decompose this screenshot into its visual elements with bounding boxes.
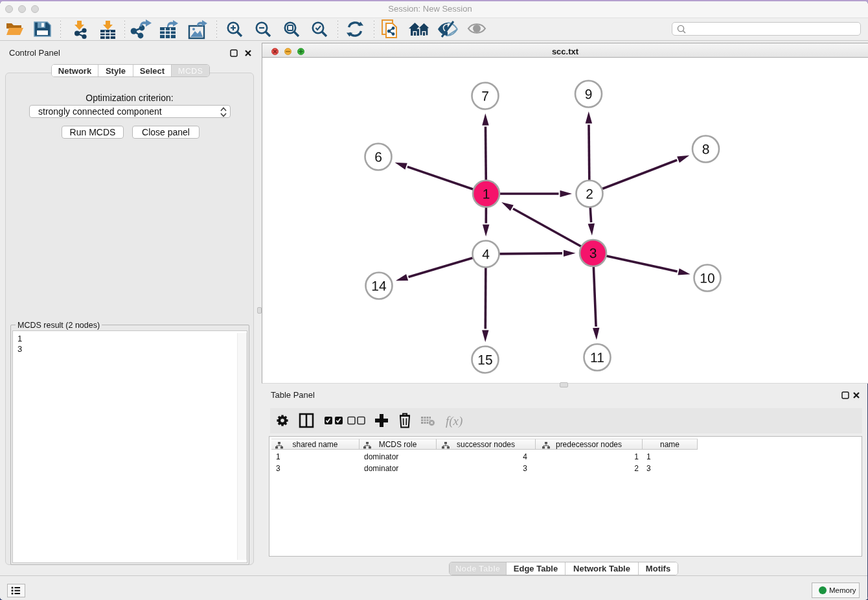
svg-text:f(x): f(x): [446, 414, 463, 428]
svg-text:14: 14: [371, 278, 387, 293]
svg-text:8: 8: [702, 141, 710, 156]
svg-text:4: 4: [482, 246, 490, 261]
svg-text:10: 10: [700, 270, 714, 285]
svg-text:1: 1: [483, 186, 490, 201]
svg-text:3: 3: [589, 246, 597, 260]
svg-text:11: 11: [590, 350, 604, 365]
svg-text:2: 2: [586, 186, 593, 201]
svg-text:6: 6: [374, 149, 382, 164]
svg-text:9: 9: [585, 86, 593, 101]
svg-text:15: 15: [477, 352, 492, 367]
svg-text:7: 7: [481, 88, 489, 103]
